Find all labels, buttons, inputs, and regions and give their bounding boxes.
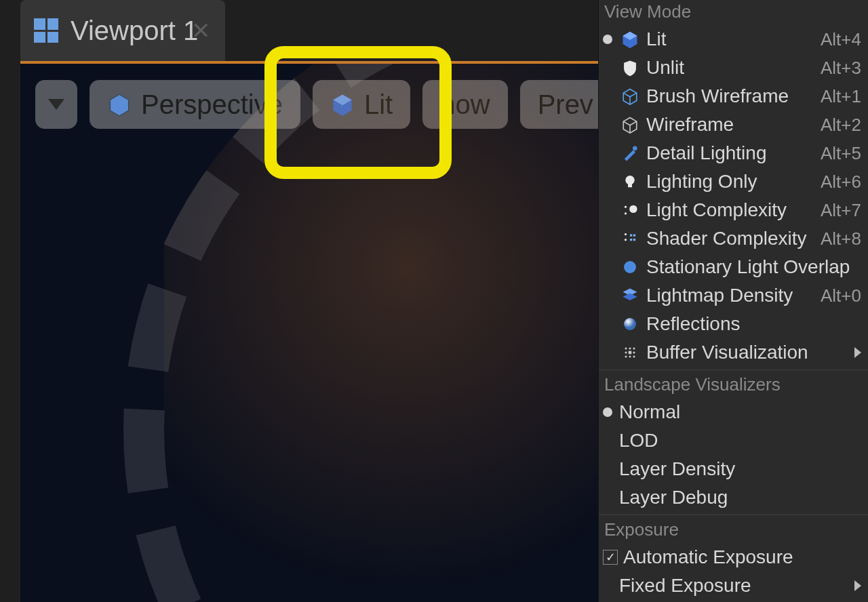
menu-item-lightmap-density[interactable]: Lightmap Density Alt+0 <box>599 281 868 310</box>
menu-label: Buffer Visualization <box>646 342 846 363</box>
viewport-options-dropdown[interactable] <box>35 80 77 129</box>
section-header-exposure: Exposure <box>599 518 868 543</box>
menu-label: Wireframe <box>646 114 815 136</box>
perspective-icon <box>107 92 132 117</box>
radio-icon <box>603 92 612 101</box>
menu-item-shader-complexity[interactable]: Shader Complexity Alt+8 <box>599 224 868 253</box>
menu-item-wireframe[interactable]: Wireframe Alt+2 <box>599 111 868 139</box>
perspective-button[interactable]: Perspective <box>90 80 300 129</box>
checkbox-icon: ✓ <box>603 550 618 565</box>
menu-item-stationary-light-overlap[interactable]: Stationary Light Overlap <box>599 253 868 281</box>
menu-label: Automatic Exposure <box>623 546 861 568</box>
radio-icon <box>603 120 612 129</box>
svg-line-11 <box>630 121 637 125</box>
svg-point-34 <box>633 352 635 354</box>
menu-item-landscape-layer-density[interactable]: Layer Density <box>599 455 868 483</box>
radio-icon <box>603 436 612 445</box>
cube-wire-blue-icon <box>619 85 641 107</box>
preview-button[interactable]: Prev <box>520 80 598 129</box>
show-label: how <box>440 89 490 120</box>
menu-item-lit[interactable]: Lit Alt+4 <box>599 25 868 54</box>
shortcut-text: Alt+4 <box>821 29 861 50</box>
menu-item-landscape-normal[interactable]: Normal <box>599 398 868 426</box>
viewport-3d-view[interactable]: Perspective Lit how Prev <box>20 61 598 602</box>
menu-item-lighting-only[interactable]: Lighting Only Alt+6 <box>599 167 868 196</box>
svg-point-16 <box>629 205 637 213</box>
close-icon[interactable]: ✕ <box>191 17 210 44</box>
svg-line-10 <box>623 121 630 125</box>
radio-icon <box>603 493 612 502</box>
shortcut-text: Alt+3 <box>821 58 861 79</box>
svg-point-18 <box>625 212 627 214</box>
radio-icon <box>603 262 612 272</box>
svg-point-35 <box>625 356 627 358</box>
menu-item-light-complexity[interactable]: Light Complexity Alt+7 <box>599 196 868 224</box>
sphere-blue-icon <box>619 256 641 278</box>
menu-item-unlit[interactable]: Unlit Alt+3 <box>599 54 868 82</box>
svg-point-17 <box>625 206 627 208</box>
radio-icon <box>603 464 612 474</box>
view-mode-menu: View Mode Lit Alt+4 Unlit Alt+3 Brush Wi… <box>598 0 868 602</box>
chevron-down-icon <box>48 99 64 110</box>
lit-button[interactable]: Lit <box>313 80 410 129</box>
menu-item-landscape-layer-debug[interactable]: Layer Debug <box>599 483 868 512</box>
menu-item-landscape-lod[interactable]: LOD <box>599 426 868 455</box>
viewport-toolbar: Perspective Lit how Prev <box>35 80 598 129</box>
bulb-icon <box>619 171 641 193</box>
menu-label: Normal <box>619 401 861 423</box>
svg-point-37 <box>633 356 635 358</box>
shortcut-text: Alt+5 <box>821 143 861 164</box>
svg-marker-1 <box>333 94 351 116</box>
shield-icon <box>619 57 641 79</box>
tab-bar: Viewport 1 ✕ <box>20 0 225 61</box>
chevron-right-icon <box>854 580 861 591</box>
light-complexity-icon <box>619 199 641 221</box>
svg-marker-27 <box>623 294 637 301</box>
menu-item-brush-wireframe[interactable]: Brush Wireframe Alt+1 <box>599 82 868 111</box>
svg-point-30 <box>629 348 631 350</box>
svg-marker-2 <box>333 94 351 105</box>
svg-point-25 <box>624 261 636 273</box>
viewport-icon <box>34 18 58 43</box>
radio-icon <box>603 148 612 158</box>
radio-icon <box>603 234 612 243</box>
menu-label: Reflections <box>646 313 861 335</box>
viewport-panel: Viewport 1 ✕ Perspective Lit how <box>0 0 598 602</box>
svg-rect-33 <box>629 351 632 355</box>
svg-line-7 <box>630 93 637 97</box>
shortcut-text: Alt+1 <box>821 86 861 107</box>
menu-item-automatic-exposure[interactable]: ✓ Automatic Exposure <box>599 543 868 571</box>
shader-complexity-icon <box>619 228 641 249</box>
radio-icon <box>603 63 612 73</box>
menu-label: LOD <box>619 430 861 452</box>
svg-rect-22 <box>633 235 635 237</box>
radio-icon <box>603 319 612 329</box>
svg-marker-0 <box>111 94 129 116</box>
menu-item-buffer-visualization[interactable]: Buffer Visualization <box>599 338 868 367</box>
menu-label: Lightmap Density <box>646 285 815 306</box>
svg-point-29 <box>625 348 627 350</box>
radio-icon <box>603 348 612 357</box>
viewport-tab[interactable]: Viewport 1 ✕ <box>20 0 225 61</box>
shortcut-text: Alt+2 <box>821 115 861 136</box>
svg-point-28 <box>624 318 636 330</box>
radio-icon <box>603 291 612 300</box>
menu-label: Lighting Only <box>646 171 815 193</box>
cube-wire-icon <box>619 114 641 136</box>
menu-item-fixed-exposure[interactable]: Fixed Exposure <box>599 571 868 600</box>
menu-label: Fixed Exposure <box>619 575 846 597</box>
shortcut-text: Alt+7 <box>821 200 861 221</box>
menu-label: Layer Density <box>619 458 861 480</box>
perspective-label: Perspective <box>141 89 283 120</box>
svg-point-13 <box>633 146 637 150</box>
svg-point-36 <box>629 356 631 358</box>
section-header-view-mode: View Mode <box>599 0 868 25</box>
brush-icon <box>619 142 641 164</box>
show-button[interactable]: how <box>422 80 507 129</box>
menu-item-detail-lighting[interactable]: Detail Lighting Alt+5 <box>599 139 868 167</box>
shortcut-text: Alt+0 <box>821 285 861 306</box>
svg-point-19 <box>625 233 627 235</box>
tab-title: Viewport 1 <box>71 16 198 46</box>
svg-rect-24 <box>633 239 635 241</box>
menu-item-reflections[interactable]: Reflections <box>599 310 868 338</box>
